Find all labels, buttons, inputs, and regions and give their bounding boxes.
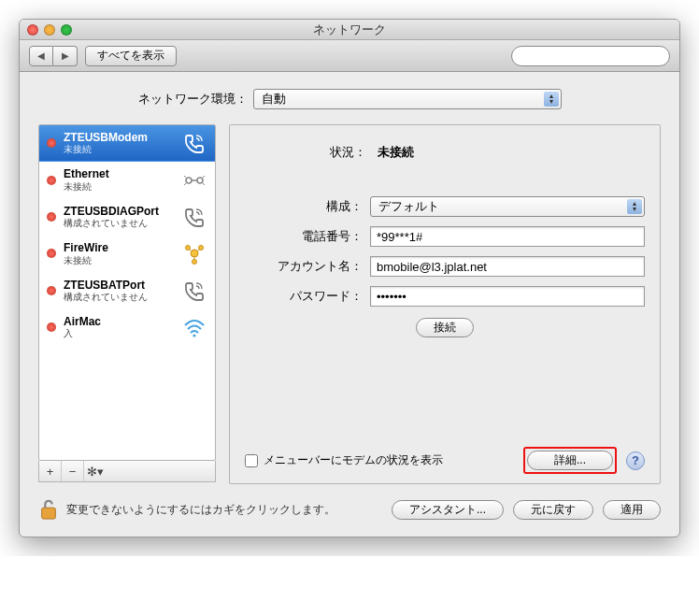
remove-service-button[interactable]: − — [62, 461, 84, 481]
lock-area[interactable]: 変更できないようにするにはカギをクリックします。 — [38, 497, 335, 522]
wifi-icon — [181, 316, 207, 338]
phone-input[interactable] — [370, 226, 645, 247]
popup-arrows-icon — [544, 92, 559, 107]
status-value: 未接続 — [378, 144, 414, 161]
menubar-text: メニューバーにモデムの状況を表示 — [264, 452, 443, 468]
unlock-icon — [38, 497, 59, 522]
popup-arrows-icon — [627, 199, 642, 214]
sidebar-item-name: Ethernet — [64, 167, 174, 180]
phone-icon — [181, 132, 207, 154]
sidebar-wrap: ZTEUSBModem 未接続 Ethernet 未接続 ZTEUSBDIAGP… — [38, 124, 216, 484]
sidebar-item-ethernet[interactable]: Ethernet 未接続 — [39, 162, 215, 198]
toolbar: ◀ ▶ すべてを表示 — [20, 40, 679, 72]
service-actions-button[interactable]: ✻▾ — [84, 461, 107, 481]
advanced-button[interactable]: 詳細... — [527, 451, 613, 470]
sidebar-item-status: 入 — [64, 328, 174, 339]
account-row: アカウント名： — [245, 256, 645, 277]
svg-line-7 — [203, 176, 205, 178]
location-popup[interactable]: 自動 — [253, 89, 562, 109]
sidebar-item-status: 構成されていません — [64, 218, 174, 229]
svg-point-16 — [193, 335, 195, 337]
status-label: 状況： — [310, 144, 366, 161]
account-label: アカウント名： — [245, 258, 363, 275]
status-dot-icon — [47, 212, 56, 222]
assistant-button[interactable]: アシスタント... — [392, 500, 504, 520]
sidebar-item-text: ZTEUSBModem 未接続 — [64, 131, 174, 155]
sidebar-item-status: 未接続 — [64, 255, 174, 266]
location-row: ネットワーク環境： 自動 — [38, 89, 661, 109]
service-list[interactable]: ZTEUSBModem 未接続 Ethernet 未接続 ZTEUSBDIAGP… — [38, 124, 216, 461]
sidebar-item-firewire[interactable]: FireWire 未接続 — [39, 236, 215, 272]
menubar-checkbox-label[interactable]: メニューバーにモデムの状況を表示 — [245, 452, 443, 468]
help-button[interactable]: ? — [626, 451, 645, 470]
menubar-checkbox[interactable] — [245, 454, 258, 467]
sidebar-item-zteusbmodem[interactable]: ZTEUSBModem 未接続 — [39, 125, 215, 162]
ethernet-icon — [181, 169, 207, 192]
footer: 変更できないようにするにはカギをクリックします。 アシスタント... 元に戻す … — [38, 497, 661, 522]
sidebar-item-name: ZTEUSBATPort — [64, 279, 174, 292]
sidebar-item-name: FireWire — [64, 241, 174, 254]
sidebar-item-zteusbdiagport[interactable]: ZTEUSBDIAGPort 構成されていません — [39, 199, 215, 236]
lock-text: 変更できないようにするにはカギをクリックします。 — [66, 502, 335, 518]
connect-button[interactable]: 接続 — [416, 318, 474, 337]
phone-row: 電話番号： — [245, 226, 645, 247]
sidebar-item-text: ZTEUSBDIAGPort 構成されていません — [64, 205, 174, 229]
sidebar-item-airmac[interactable]: AirMac 入 — [39, 309, 215, 346]
search-field[interactable] — [511, 46, 670, 66]
window-title: ネットワーク — [20, 21, 679, 38]
back-button[interactable]: ◀ — [29, 46, 53, 66]
phone-icon — [181, 279, 207, 302]
forward-button[interactable]: ▶ — [53, 46, 78, 66]
nav-buttons: ◀ ▶ — [29, 46, 78, 66]
detail-footer: メニューバーにモデムの状況を表示 詳細... ? — [245, 447, 645, 474]
svg-point-3 — [197, 178, 203, 183]
sidebar-item-name: ZTEUSBModem — [64, 131, 174, 144]
main-row: ZTEUSBModem 未接続 Ethernet 未接続 ZTEUSBDIAGP… — [38, 124, 661, 484]
status-dot-icon — [47, 176, 56, 185]
svg-rect-17 — [42, 508, 56, 519]
svg-point-9 — [191, 250, 198, 257]
sidebar-footer: + − ✻▾ — [38, 461, 216, 482]
sidebar-item-status: 構成されていません — [64, 292, 174, 303]
sidebar-item-name: ZTEUSBDIAGPort — [64, 205, 174, 218]
location-label: ネットワーク環境： — [138, 91, 248, 107]
sidebar-item-status: 未接続 — [64, 144, 174, 155]
config-row: 構成： デフォルト — [245, 196, 645, 217]
revert-button[interactable]: 元に戻す — [513, 500, 593, 520]
connect-row: 接続 — [245, 318, 645, 337]
sidebar-item-text: Ethernet 未接続 — [64, 167, 174, 192]
titlebar: ネットワーク — [20, 20, 679, 40]
config-value: デフォルト — [378, 198, 439, 215]
account-input[interactable] — [370, 256, 645, 277]
location-value: 自動 — [262, 91, 286, 107]
svg-line-6 — [184, 183, 186, 185]
advanced-highlight: 詳細... — [523, 447, 617, 474]
sidebar-item-text: AirMac 入 — [64, 315, 174, 339]
svg-point-2 — [186, 178, 192, 183]
config-label: 構成： — [245, 198, 363, 215]
detail-panel: 状況： 未接続 構成： デフォルト 電話番号： アカウント名： — [229, 124, 661, 484]
content: ネットワーク環境： 自動 ZTEUSBModem 未接続 Ethernet 未接… — [20, 72, 679, 537]
phone-icon — [181, 206, 207, 228]
svg-point-12 — [193, 260, 197, 265]
status-dot-icon — [47, 286, 56, 295]
sidebar-item-status: 未接続 — [64, 181, 174, 193]
svg-line-8 — [203, 183, 205, 185]
search-input[interactable] — [523, 50, 663, 63]
svg-line-5 — [184, 176, 186, 178]
firewire-icon — [181, 242, 207, 265]
sidebar-item-text: FireWire 未接続 — [64, 241, 174, 265]
apply-button[interactable]: 適用 — [603, 500, 661, 520]
sidebar-item-zteusbatport[interactable]: ZTEUSBATPort 構成されていません — [39, 273, 215, 309]
phone-label: 電話番号： — [245, 228, 363, 245]
status-dot-icon — [47, 249, 56, 258]
password-input[interactable] — [370, 286, 645, 307]
password-label: パスワード： — [245, 288, 363, 305]
sidebar-item-name: AirMac — [64, 315, 174, 328]
status-dot-icon — [47, 138, 56, 148]
add-service-button[interactable]: + — [39, 461, 62, 481]
config-popup[interactable]: デフォルト — [370, 196, 645, 217]
preferences-window: ネットワーク ◀ ▶ すべてを表示 ネットワーク環境： 自動 ZTEUSBMod… — [19, 19, 680, 537]
show-all-button[interactable]: すべてを表示 — [85, 46, 177, 66]
sidebar-item-text: ZTEUSBATPort 構成されていません — [64, 279, 174, 303]
